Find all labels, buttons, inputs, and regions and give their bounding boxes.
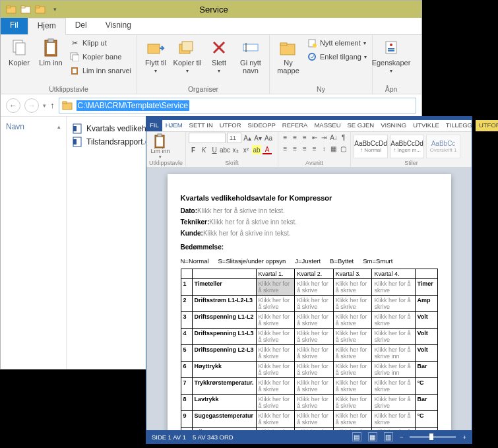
svg-rect-28 (388, 50, 394, 51)
word-tab-segjen[interactable]: SE GJEN (344, 120, 378, 131)
forward-button[interactable]: → (24, 98, 39, 113)
recent-dropdown[interactable]: ▾ (43, 102, 46, 109)
word-tab-utvikle[interactable]: UTVIKLE (410, 120, 443, 131)
word-tab-hjem[interactable]: HJEM (162, 120, 186, 131)
table-row[interactable]: 8LavtrykkKlikk her for å skriveKlikk her… (181, 395, 437, 411)
shrink-font-icon[interactable]: A▾ (253, 133, 263, 143)
word-tab-fil[interactable]: FIL (146, 120, 162, 131)
superscript-button[interactable]: x² (241, 145, 251, 154)
style-heading1[interactable]: AaBbCc Overskrift 1 (426, 135, 460, 158)
maintenance-table[interactable]: Kvartal 1. Kvartal 2. Kvartal 3. Kvartal… (181, 269, 438, 430)
paste-shortcut-button[interactable]: Lim inn snarvei (68, 64, 133, 77)
field-kunde[interactable]: Kunde:Klikk her for å skrive inn tekst. (181, 230, 438, 237)
paste-button[interactable]: Lim inn (36, 36, 65, 68)
table-row[interactable]: 1TimetellerKlikk her for å skriveKlikk h… (181, 279, 437, 296)
underline-button[interactable]: U (210, 145, 219, 154)
word-tab-settinn[interactable]: SETT IN (186, 120, 216, 131)
copy-path-button[interactable]: Kopier bane (68, 50, 133, 63)
tab-visning[interactable]: Visning (96, 18, 140, 34)
change-case-icon[interactable]: Aa (264, 133, 273, 143)
zoom-slider[interactable] (410, 436, 456, 438)
document-page[interactable]: Kvartals vedlikeholdsavtale for Kompress… (168, 174, 451, 430)
rename-button[interactable]: Gi nytt navn (236, 36, 265, 76)
tab-fil[interactable]: Fil (1, 18, 28, 34)
ribbon-group-open: Egenskaper ▾ Åpn (373, 35, 410, 94)
show-marks-button[interactable]: ¶ (339, 133, 348, 142)
word-tab-masseu[interactable]: MASSEU (311, 120, 344, 131)
highlight-button[interactable]: ab (252, 145, 261, 154)
italic-button[interactable]: K (199, 145, 208, 154)
table-row[interactable]: 6HøyttrykkKlikk her for å skriveKlikk he… (181, 362, 437, 378)
line-spacing-button[interactable]: ↕ (320, 144, 328, 153)
new-item-icon (307, 38, 317, 48)
numbering-button[interactable]: ≡ (291, 133, 299, 142)
shading-button[interactable]: ▦ (330, 144, 338, 153)
address-path[interactable]: C:\MAB\CRM\Template\Service (77, 100, 189, 111)
align-right-button[interactable]: ≡ (300, 144, 309, 153)
move-to-button[interactable]: Flytt til ▾ (141, 36, 170, 75)
table-row[interactable]: 9SugegasstemperaturKlikk her for å skriv… (181, 411, 437, 428)
table-row[interactable]: 4Driftsspenning L1-L3Klikk her for å skr… (181, 329, 437, 345)
bullets-button[interactable]: ≡ (281, 133, 290, 142)
address-bar[interactable]: C:\MAB\CRM\Template\Service (59, 98, 417, 113)
align-left-button[interactable]: ≡ (281, 144, 290, 153)
new-folder-icon[interactable] (20, 4, 31, 15)
up-button[interactable]: ↑ (50, 100, 55, 110)
word-paste-button[interactable]: Lim inn ▾ (149, 133, 171, 160)
field-dato[interactable]: Dato:Klikk her for å skrive inn tekst. (181, 207, 438, 214)
font-size-select[interactable]: 11 (227, 133, 241, 143)
word-tab-sideopp[interactable]: SIDEOPP (245, 120, 279, 131)
zoom-out-button[interactable]: − (400, 433, 404, 441)
ribbon-group-clipboard: Kopier Lim inn ✂ Klipp ut (1, 35, 137, 94)
word-document-area[interactable]: Kvartals vedlikeholdsavtale for Kompress… (146, 168, 472, 430)
sidebar-header-navn[interactable]: Navn ▴ (6, 122, 61, 134)
word-tab-utforming[interactable]: UTFORMING (476, 120, 498, 131)
copy-button[interactable]: Kopier (5, 36, 34, 68)
word-tab-refera[interactable]: REFERA (279, 120, 311, 131)
align-center-button[interactable]: ≡ (291, 144, 299, 153)
style-normal[interactable]: AaBbCcDd ↑ Normal (354, 135, 388, 158)
status-words[interactable]: 5 AV 343 ORD (193, 433, 233, 441)
indent-left-button[interactable]: ⇤ (310, 133, 319, 142)
back-button[interactable]: ← (6, 98, 20, 113)
cut-button[interactable]: ✂ Klipp ut (68, 36, 133, 49)
font-color-button[interactable]: A (263, 145, 272, 154)
table-row[interactable]: 5Driftsspenning L2-L3Klikk her for å skr… (181, 345, 437, 362)
read-mode-icon[interactable]: ▤ (352, 432, 361, 441)
new-folder-button[interactable]: Ny mappe (274, 36, 303, 76)
word-group-paragraph: ≡ ≡ ≡ ⇤ ⇥ A↓ ¶ ≡ ≡ ≡ ≡ ↕ ▦ ▢ A (278, 132, 351, 167)
table-row[interactable]: 3Driftsspenning L1-L2Klikk her for å skr… (181, 312, 437, 329)
field-tekniker[interactable]: Tekniker:Klikk her for å skrive inn teks… (181, 218, 438, 226)
delete-button[interactable]: Slett ▾ (204, 36, 233, 75)
borders-button[interactable]: ▢ (339, 144, 348, 153)
new-item-button[interactable]: Nytt element ▾ (305, 36, 368, 49)
web-layout-icon[interactable]: ▥ (384, 432, 393, 441)
word-tab-tillegg[interactable]: TILLEGG (443, 120, 476, 131)
zoom-in-button[interactable]: + (462, 433, 466, 441)
style-nospacing[interactable]: AaBbCcDd ↑ Ingen m... (390, 135, 424, 158)
explorer-sidebar: Navn ▴ (1, 117, 67, 369)
grow-font-icon[interactable]: A▴ (243, 133, 252, 143)
folder-icon-2[interactable] (35, 4, 46, 15)
tab-del[interactable]: Del (66, 18, 96, 34)
print-layout-icon[interactable]: ▦ (368, 432, 377, 441)
multilevel-button[interactable]: ≡ (300, 133, 309, 142)
font-family-select[interactable] (189, 133, 226, 143)
bold-button[interactable]: F (189, 145, 198, 154)
copy-to-button[interactable]: Kopier til ▾ (173, 36, 202, 75)
qat-dropdown-icon[interactable]: ▾ (49, 4, 60, 15)
word-tab-visning[interactable]: VISNING (377, 120, 410, 131)
subscript-button[interactable]: x₂ (231, 145, 240, 154)
easy-access-button[interactable]: Enkel tilgang ▾ (305, 50, 368, 63)
tab-hjem[interactable]: Hjem (28, 18, 66, 35)
sort-button[interactable]: A↓ (330, 133, 338, 142)
easy-access-icon (307, 51, 317, 62)
strike-button[interactable]: abc (220, 145, 230, 154)
table-row[interactable]: 2Driftsstrøm L1-L2-L3Klikk her for å skr… (181, 296, 437, 312)
table-row[interactable]: 7Trykkrørstemperatur.Klikk her for å skr… (181, 378, 437, 395)
justify-button[interactable]: ≡ (310, 144, 319, 153)
properties-button[interactable]: Egenskaper ▾ (377, 36, 406, 75)
status-page[interactable]: SIDE 1 AV 1 (152, 433, 186, 441)
indent-right-button[interactable]: ⇥ (320, 133, 328, 142)
word-tab-utfor[interactable]: UTFOR (216, 120, 245, 131)
